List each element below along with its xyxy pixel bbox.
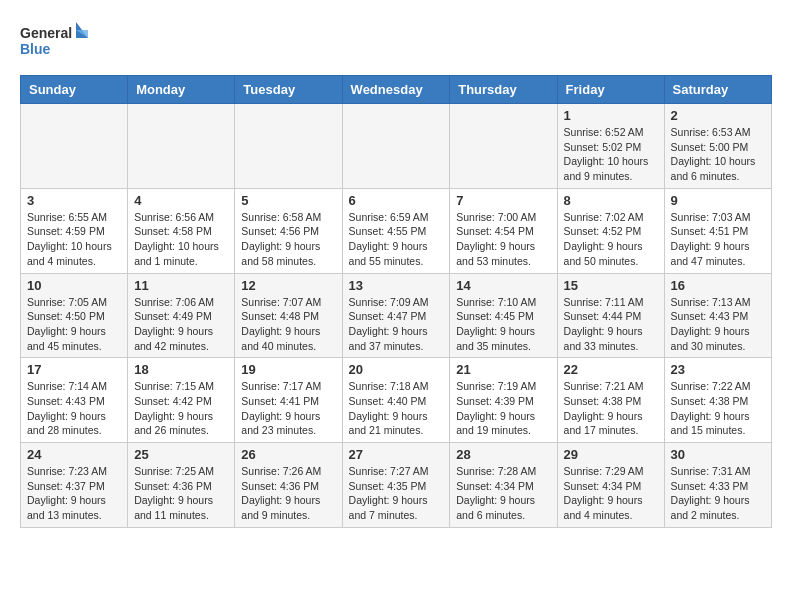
day-number: 2 xyxy=(671,108,765,123)
day-number: 1 xyxy=(564,108,658,123)
svg-text:Blue: Blue xyxy=(20,41,51,57)
day-info: Sunrise: 7:25 AM Sunset: 4:36 PM Dayligh… xyxy=(134,464,228,523)
day-number: 3 xyxy=(27,193,121,208)
calendar-cell: 18Sunrise: 7:15 AM Sunset: 4:42 PM Dayli… xyxy=(128,358,235,443)
day-number: 22 xyxy=(564,362,658,377)
calendar-cell: 30Sunrise: 7:31 AM Sunset: 4:33 PM Dayli… xyxy=(664,443,771,528)
day-info: Sunrise: 6:55 AM Sunset: 4:59 PM Dayligh… xyxy=(27,210,121,269)
calendar-cell: 2Sunrise: 6:53 AM Sunset: 5:00 PM Daylig… xyxy=(664,104,771,189)
day-info: Sunrise: 7:31 AM Sunset: 4:33 PM Dayligh… xyxy=(671,464,765,523)
day-info: Sunrise: 6:56 AM Sunset: 4:58 PM Dayligh… xyxy=(134,210,228,269)
weekday-header: Sunday xyxy=(21,76,128,104)
day-info: Sunrise: 7:18 AM Sunset: 4:40 PM Dayligh… xyxy=(349,379,444,438)
day-number: 16 xyxy=(671,278,765,293)
calendar-cell: 9Sunrise: 7:03 AM Sunset: 4:51 PM Daylig… xyxy=(664,188,771,273)
day-number: 6 xyxy=(349,193,444,208)
day-number: 27 xyxy=(349,447,444,462)
day-info: Sunrise: 7:05 AM Sunset: 4:50 PM Dayligh… xyxy=(27,295,121,354)
calendar-cell: 29Sunrise: 7:29 AM Sunset: 4:34 PM Dayli… xyxy=(557,443,664,528)
calendar-cell: 28Sunrise: 7:28 AM Sunset: 4:34 PM Dayli… xyxy=(450,443,557,528)
day-info: Sunrise: 7:14 AM Sunset: 4:43 PM Dayligh… xyxy=(27,379,121,438)
calendar-cell: 8Sunrise: 7:02 AM Sunset: 4:52 PM Daylig… xyxy=(557,188,664,273)
day-info: Sunrise: 7:26 AM Sunset: 4:36 PM Dayligh… xyxy=(241,464,335,523)
day-number: 5 xyxy=(241,193,335,208)
day-number: 24 xyxy=(27,447,121,462)
calendar-cell: 10Sunrise: 7:05 AM Sunset: 4:50 PM Dayli… xyxy=(21,273,128,358)
day-number: 4 xyxy=(134,193,228,208)
logo-svg: General Blue xyxy=(20,20,90,65)
calendar-cell xyxy=(450,104,557,189)
day-info: Sunrise: 7:03 AM Sunset: 4:51 PM Dayligh… xyxy=(671,210,765,269)
day-info: Sunrise: 7:11 AM Sunset: 4:44 PM Dayligh… xyxy=(564,295,658,354)
day-info: Sunrise: 6:59 AM Sunset: 4:55 PM Dayligh… xyxy=(349,210,444,269)
day-number: 25 xyxy=(134,447,228,462)
calendar-cell: 3Sunrise: 6:55 AM Sunset: 4:59 PM Daylig… xyxy=(21,188,128,273)
calendar-cell: 25Sunrise: 7:25 AM Sunset: 4:36 PM Dayli… xyxy=(128,443,235,528)
day-number: 9 xyxy=(671,193,765,208)
day-number: 11 xyxy=(134,278,228,293)
day-number: 13 xyxy=(349,278,444,293)
day-number: 26 xyxy=(241,447,335,462)
calendar-week-row: 24Sunrise: 7:23 AM Sunset: 4:37 PM Dayli… xyxy=(21,443,772,528)
calendar-cell: 19Sunrise: 7:17 AM Sunset: 4:41 PM Dayli… xyxy=(235,358,342,443)
day-info: Sunrise: 7:22 AM Sunset: 4:38 PM Dayligh… xyxy=(671,379,765,438)
day-info: Sunrise: 6:52 AM Sunset: 5:02 PM Dayligh… xyxy=(564,125,658,184)
calendar-cell: 17Sunrise: 7:14 AM Sunset: 4:43 PM Dayli… xyxy=(21,358,128,443)
day-number: 28 xyxy=(456,447,550,462)
calendar-cell: 24Sunrise: 7:23 AM Sunset: 4:37 PM Dayli… xyxy=(21,443,128,528)
day-info: Sunrise: 7:27 AM Sunset: 4:35 PM Dayligh… xyxy=(349,464,444,523)
calendar-cell: 13Sunrise: 7:09 AM Sunset: 4:47 PM Dayli… xyxy=(342,273,450,358)
day-info: Sunrise: 7:15 AM Sunset: 4:42 PM Dayligh… xyxy=(134,379,228,438)
calendar-cell: 11Sunrise: 7:06 AM Sunset: 4:49 PM Dayli… xyxy=(128,273,235,358)
calendar-cell: 22Sunrise: 7:21 AM Sunset: 4:38 PM Dayli… xyxy=(557,358,664,443)
calendar-cell xyxy=(128,104,235,189)
day-info: Sunrise: 7:09 AM Sunset: 4:47 PM Dayligh… xyxy=(349,295,444,354)
calendar-cell: 12Sunrise: 7:07 AM Sunset: 4:48 PM Dayli… xyxy=(235,273,342,358)
calendar-cell: 26Sunrise: 7:26 AM Sunset: 4:36 PM Dayli… xyxy=(235,443,342,528)
day-number: 7 xyxy=(456,193,550,208)
day-info: Sunrise: 7:17 AM Sunset: 4:41 PM Dayligh… xyxy=(241,379,335,438)
calendar-cell: 15Sunrise: 7:11 AM Sunset: 4:44 PM Dayli… xyxy=(557,273,664,358)
weekday-header: Saturday xyxy=(664,76,771,104)
day-info: Sunrise: 7:07 AM Sunset: 4:48 PM Dayligh… xyxy=(241,295,335,354)
day-number: 23 xyxy=(671,362,765,377)
day-info: Sunrise: 7:10 AM Sunset: 4:45 PM Dayligh… xyxy=(456,295,550,354)
weekday-header: Wednesday xyxy=(342,76,450,104)
calendar-cell xyxy=(235,104,342,189)
calendar-week-row: 17Sunrise: 7:14 AM Sunset: 4:43 PM Dayli… xyxy=(21,358,772,443)
day-info: Sunrise: 7:21 AM Sunset: 4:38 PM Dayligh… xyxy=(564,379,658,438)
day-number: 10 xyxy=(27,278,121,293)
weekday-header: Monday xyxy=(128,76,235,104)
calendar-cell: 27Sunrise: 7:27 AM Sunset: 4:35 PM Dayli… xyxy=(342,443,450,528)
calendar-cell: 5Sunrise: 6:58 AM Sunset: 4:56 PM Daylig… xyxy=(235,188,342,273)
day-info: Sunrise: 7:19 AM Sunset: 4:39 PM Dayligh… xyxy=(456,379,550,438)
day-info: Sunrise: 6:58 AM Sunset: 4:56 PM Dayligh… xyxy=(241,210,335,269)
weekday-header: Friday xyxy=(557,76,664,104)
day-info: Sunrise: 7:23 AM Sunset: 4:37 PM Dayligh… xyxy=(27,464,121,523)
calendar-cell: 23Sunrise: 7:22 AM Sunset: 4:38 PM Dayli… xyxy=(664,358,771,443)
calendar-cell: 14Sunrise: 7:10 AM Sunset: 4:45 PM Dayli… xyxy=(450,273,557,358)
calendar-week-row: 3Sunrise: 6:55 AM Sunset: 4:59 PM Daylig… xyxy=(21,188,772,273)
day-info: Sunrise: 7:00 AM Sunset: 4:54 PM Dayligh… xyxy=(456,210,550,269)
day-number: 29 xyxy=(564,447,658,462)
day-number: 19 xyxy=(241,362,335,377)
day-info: Sunrise: 6:53 AM Sunset: 5:00 PM Dayligh… xyxy=(671,125,765,184)
day-number: 30 xyxy=(671,447,765,462)
day-number: 18 xyxy=(134,362,228,377)
calendar-cell xyxy=(21,104,128,189)
calendar-table: SundayMondayTuesdayWednesdayThursdayFrid… xyxy=(20,75,772,528)
day-info: Sunrise: 7:06 AM Sunset: 4:49 PM Dayligh… xyxy=(134,295,228,354)
day-number: 14 xyxy=(456,278,550,293)
weekday-header: Tuesday xyxy=(235,76,342,104)
calendar-cell: 1Sunrise: 6:52 AM Sunset: 5:02 PM Daylig… xyxy=(557,104,664,189)
day-info: Sunrise: 7:02 AM Sunset: 4:52 PM Dayligh… xyxy=(564,210,658,269)
calendar-cell xyxy=(342,104,450,189)
weekday-header: Thursday xyxy=(450,76,557,104)
day-number: 12 xyxy=(241,278,335,293)
calendar-week-row: 1Sunrise: 6:52 AM Sunset: 5:02 PM Daylig… xyxy=(21,104,772,189)
calendar-cell: 6Sunrise: 6:59 AM Sunset: 4:55 PM Daylig… xyxy=(342,188,450,273)
day-info: Sunrise: 7:13 AM Sunset: 4:43 PM Dayligh… xyxy=(671,295,765,354)
calendar-cell: 7Sunrise: 7:00 AM Sunset: 4:54 PM Daylig… xyxy=(450,188,557,273)
day-number: 8 xyxy=(564,193,658,208)
weekday-header-row: SundayMondayTuesdayWednesdayThursdayFrid… xyxy=(21,76,772,104)
